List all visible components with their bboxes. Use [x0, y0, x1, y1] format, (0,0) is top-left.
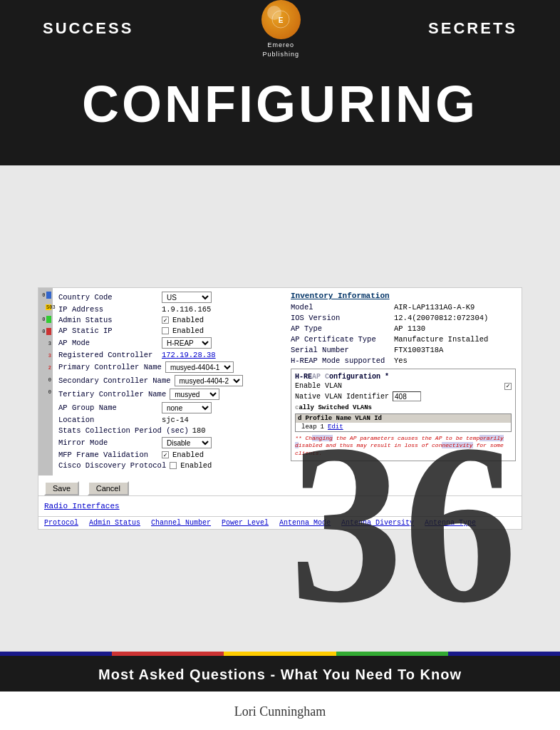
big-number: 36 [289, 409, 517, 637]
main-title: CONFIGURING [28, 78, 532, 130]
ap-group-row: AP Group Name none [58, 402, 284, 413]
title-area: CONFIGURING [0, 57, 560, 165]
blue-bar [46, 292, 52, 299]
cdp-value: Enabled [180, 461, 212, 470]
model-row: Model AIR-LAP1131AG-A-K9 [291, 303, 516, 312]
hreap-title: H-REAP Configuration * [295, 373, 512, 381]
ip-address-label: IP Address [58, 305, 158, 314]
ap-mode-label: AP Mode [58, 339, 158, 347]
registered-controller-link[interactable]: 172.19.28.38 [162, 351, 216, 359]
emereo-logo: E [261, 0, 301, 39]
admin-status-value: Enabled [172, 316, 204, 324]
country-code-select[interactable]: US [162, 292, 212, 303]
tertiary-controller-label: Tertiary Controller Name [58, 390, 166, 399]
country-code-row: Country Code US [58, 292, 284, 303]
ip-address-row: IP Address 1.9.116.165 [58, 305, 284, 314]
mfp-value: Enabled [172, 451, 204, 459]
ap-type-value: AP 1130 [394, 324, 425, 333]
subtitle-text: Most Asked Questions - What You Need To … [98, 667, 462, 682]
publisher-name: Emereo [267, 41, 294, 48]
ap-cert-label: AP Certificate Type [291, 335, 390, 344]
ap-static-value: Enabled [172, 327, 204, 335]
mfp-label: MFP Frame Validation [58, 451, 158, 459]
sidebar-bars: 0 S03 0 0 3 [38, 288, 53, 475]
save-button[interactable]: Save [44, 481, 79, 495]
location-label: Location [58, 416, 158, 424]
red-bar [46, 328, 52, 335]
svg-text:E: E [279, 16, 284, 24]
registered-controller-label: Registered Controller [58, 351, 158, 359]
sidebar-item: 0 [40, 326, 51, 337]
secondary-controller-select[interactable]: musyed-4404-2 [175, 375, 243, 386]
registered-controller-row: Registered Controller 172.19.28.38 [58, 351, 284, 359]
ios-version-label: IOS Version [291, 314, 390, 322]
ap-group-select[interactable]: none [162, 402, 212, 413]
left-column: Country Code US IP Address 1.9.116.165 A… [58, 292, 284, 472]
sidebar-item: 3 [40, 338, 51, 349]
serial-value: FTX1003T18A [394, 346, 443, 354]
ap-type-label: AP Type [291, 324, 390, 333]
hreap-mode-row: H-REAP Mode supported Yes [291, 356, 516, 365]
ap-group-label: AP Group Name [58, 403, 158, 412]
secondary-controller-row: Secondary Controller Name musyed-4404-2 [58, 375, 284, 386]
primary-controller-select[interactable]: musyed-4404-1 [165, 361, 234, 373]
ap-cert-value: Manufacture Installed [394, 335, 488, 344]
location-value: sjc-14 [162, 416, 189, 424]
secrets-label: SECRETS [428, 19, 517, 38]
col-power-level[interactable]: Power Level [222, 519, 269, 527]
sidebar-item: 3 [40, 350, 51, 361]
green-bar [46, 316, 52, 323]
cdp-row: Cisco Discovery Protocol Enabled [58, 461, 284, 470]
sidebar-item: 0 [40, 374, 51, 386]
col-protocol[interactable]: Protocol [44, 519, 78, 527]
top-bar: SUCCESS E Emereo Publishing SECRETS [0, 0, 560, 57]
tertiary-controller-row: Tertiary Controller Name musyed [58, 389, 284, 400]
admin-status-checkbox[interactable] [162, 317, 169, 324]
sidebar-item: 0 [40, 314, 51, 325]
ios-version-value: 12.4(20070812:072304) [394, 314, 488, 322]
author-name: Lori Cunningham [234, 704, 326, 719]
radio-interfaces-link[interactable]: Radio Interfaces [44, 502, 120, 510]
stats-collection-label: Stats Collection Period (sec) [58, 426, 189, 435]
primary-controller-row: Primary Controller Name musyed-4404-1 [58, 361, 284, 373]
country-code-label: Country Code [58, 293, 158, 302]
admin-status-label: Admin Status [58, 316, 158, 324]
mirror-mode-row: Mirror Mode Disable [58, 437, 284, 448]
enable-vlan-checkbox[interactable] [504, 383, 512, 390]
ap-static-checkbox[interactable] [162, 327, 169, 334]
mirror-mode-select[interactable]: Disable [162, 437, 212, 448]
logo-area: E Emereo Publishing [261, 0, 301, 58]
ap-cert-row: AP Certificate Type Manufacture Installe… [291, 335, 516, 344]
enable-vlan-label: Enable VLAN [295, 382, 342, 390]
success-label: SUCCESS [43, 19, 133, 38]
tertiary-controller-select[interactable]: musyed [170, 389, 219, 400]
col-channel-number[interactable]: Channel Number [151, 519, 211, 527]
sidebar-item: 0 [40, 289, 51, 301]
hreap-mode-value: Yes [394, 356, 408, 365]
location-row: Location sjc-14 [58, 416, 284, 424]
ap-mode-select[interactable]: H-REAP [162, 337, 212, 349]
ip-address-value: 1.9.116.165 [162, 305, 211, 314]
author-area: Lori Cunningham [0, 692, 560, 730]
serial-row: Serial Number FTX1003T18A [291, 346, 516, 354]
col-admin-status[interactable]: Admin Status [89, 519, 140, 527]
secondary-controller-label: Secondary Controller Name [58, 376, 171, 385]
sidebar-item: S03 [40, 302, 51, 313]
screenshot-area: 36 0 S03 0 0 [0, 165, 560, 652]
cdp-checkbox[interactable] [170, 462, 177, 469]
ap-mode-row: AP Mode H-REAP [58, 337, 284, 349]
mfp-checkbox[interactable] [162, 451, 169, 458]
hreap-mode-label: H-REAP Mode supported [291, 356, 390, 365]
inventory-title: Inventory Information [291, 292, 516, 300]
ap-static-label: AP Static IP [58, 327, 158, 335]
model-value: AIR-LAP1131AG-A-K9 [394, 303, 475, 312]
serial-label: Serial Number [291, 346, 390, 354]
bottom-bar: Most Asked Questions - What You Need To … [0, 656, 560, 692]
primary-controller-label: Primary Controller Name [58, 363, 162, 371]
ios-version-row: IOS Version 12.4(20070812:072304) [291, 314, 516, 322]
stats-collection-row: Stats Collection Period (sec) 180 [58, 426, 284, 435]
ap-static-row: AP Static IP Enabled [58, 327, 284, 335]
stats-collection-value: 180 [192, 426, 206, 435]
cancel-button[interactable]: Cancel [88, 481, 129, 495]
publisher-sub: Publishing [262, 51, 299, 58]
